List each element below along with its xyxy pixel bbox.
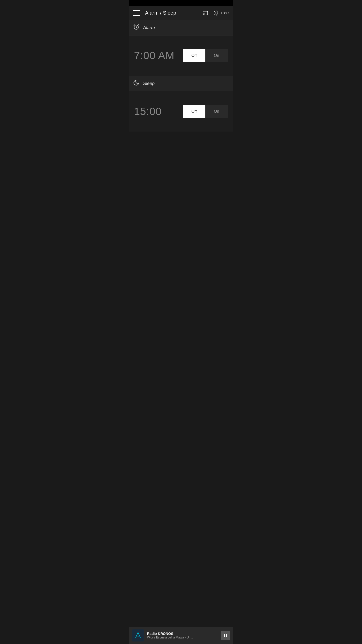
sleep-off-button[interactable]: Off	[183, 105, 205, 118]
svg-line-9	[218, 11, 218, 11]
svg-line-12	[138, 24, 139, 25]
sleep-on-button[interactable]: On	[205, 105, 228, 118]
toolbar: Alarm / Sleep 18°C	[129, 6, 233, 20]
svg-line-4	[214, 11, 215, 11]
alarm-toggle-group: Off On	[183, 49, 228, 62]
alarm-time: 7:00 AM	[134, 50, 174, 62]
moon-icon	[133, 79, 140, 88]
sleep-section-label: Sleep	[143, 81, 155, 86]
svg-point-1	[215, 12, 217, 14]
svg-line-11	[133, 24, 134, 25]
menu-icon[interactable]	[133, 10, 140, 16]
temperature-label: 18°C	[220, 11, 229, 15]
alarm-clock-icon	[133, 24, 140, 32]
weather-widget: 18°C	[213, 10, 229, 16]
svg-line-8	[214, 14, 215, 15]
sun-icon	[213, 10, 219, 16]
sleep-section-header: Sleep	[129, 76, 233, 91]
cast-icon[interactable]	[202, 10, 209, 16]
alarm-section-label: Alarm	[143, 25, 155, 30]
alarm-card: 7:00 AM Off On	[129, 35, 233, 76]
alarm-section-header: Alarm	[129, 20, 233, 35]
alarm-off-button[interactable]: Off	[183, 49, 205, 62]
svg-line-5	[218, 14, 218, 15]
sleep-card: 15:00 Off On	[129, 91, 233, 132]
status-bar	[129, 0, 233, 6]
toolbar-actions: 18°C	[202, 10, 229, 16]
app-title: Alarm / Sleep	[145, 10, 202, 16]
sleep-time: 15:00	[134, 105, 162, 117]
sleep-toggle-group: Off On	[183, 105, 228, 118]
alarm-on-button[interactable]: On	[205, 49, 228, 62]
